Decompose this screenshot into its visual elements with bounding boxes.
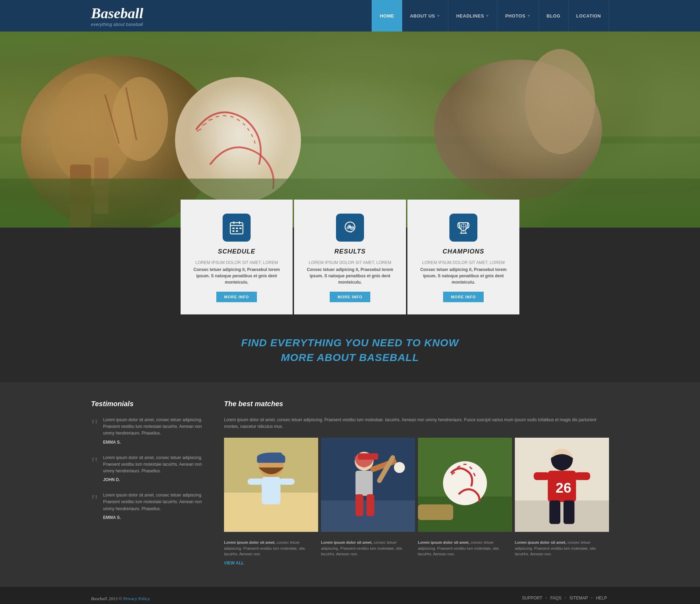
card-champions-title: CHAMPIONS <box>442 248 484 255</box>
match-thumb-3-svg <box>418 438 512 532</box>
card-schedule: SCHEDULE LOREM IPSUM DOLOR SIT AMET, LOR… <box>181 200 293 314</box>
svg-line-14 <box>216 116 219 117</box>
match-thumb-4: 26 <box>515 438 609 532</box>
hero-svg <box>0 32 700 228</box>
match-thumb-4-svg: 26 <box>515 438 609 532</box>
footer-link-support[interactable]: SUPPORT <box>522 596 542 600</box>
match-thumb-2 <box>321 438 415 532</box>
svg-rect-31 <box>232 230 234 232</box>
footer-link-faqs[interactable]: FAQS <box>550 596 561 600</box>
svg-rect-79 <box>564 501 574 524</box>
footer-logo-area: Baseball 2013 © Privacy Policy <box>91 595 150 602</box>
match-caption-1: Lorem ipsum dolor sit amet, consec tetue… <box>224 540 318 557</box>
tagline-text: FIND EVERYTHING YOU NEED TO KNOW MORE AB… <box>7 335 693 365</box>
footer-privacy-link[interactable]: Privacy Policy <box>123 596 150 601</box>
tagline-section: FIND EVERYTHING YOU NEED TO KNOW MORE AB… <box>0 314 700 382</box>
svg-rect-78 <box>550 501 560 524</box>
svg-rect-56 <box>356 471 373 496</box>
testimonial-3: " Lorem ipsum dolor sit amet, consec tet… <box>91 492 203 520</box>
nav-headlines[interactable]: HEADLINES ▼ <box>448 0 497 32</box>
quote-mark-2: " <box>91 454 98 482</box>
footer-link-sitemap[interactable]: SITEMAP <box>569 596 588 600</box>
svg-rect-77 <box>574 472 590 480</box>
testimonial-1-body: Lorem ipsum dolor sit amet, consec tetue… <box>103 417 203 445</box>
footer-link-help[interactable]: HELP <box>596 596 607 600</box>
testimonials-heading: Testimonials <box>91 400 203 408</box>
nav-home[interactable]: HOME <box>372 0 402 32</box>
footer-copyright: 2013 © <box>108 596 123 601</box>
logo-title: Baseball <box>91 5 143 22</box>
footer-logo-text: Baseball <box>91 596 107 601</box>
card-results-text-bold: Consec tetuer adipicing it, Praesebul lo… <box>306 266 394 285</box>
testimonial-2: " Lorem ipsum dolor sit amet, consec tet… <box>91 454 203 482</box>
nav-location[interactable]: LOCATION <box>568 0 609 32</box>
testimonial-2-text: Lorem ipsum dolor sit amet, consec tetue… <box>103 454 203 475</box>
match-caption-3-bold: Lorem ipsum dolor sit amet, <box>418 540 469 544</box>
svg-rect-30 <box>236 228 238 229</box>
match-caption-4-bold: Lorem ipsum dolor sit amet, <box>515 540 566 544</box>
nav-blog[interactable]: BLOG <box>539 0 569 32</box>
match-thumb-1-svg <box>224 438 318 532</box>
svg-rect-33 <box>239 228 241 229</box>
card-results-text-light: LOREM IPSUM DOLOR SIT AMET, LOREM <box>309 260 391 265</box>
testimonial-3-text: Lorem ipsum dolor sit amet, consec tetue… <box>103 492 203 512</box>
tagline-line1: FIND EVERYTHING YOU NEED TO KNOW <box>7 335 693 350</box>
testimonial-3-body: Lorem ipsum dolor sit amet, consec tetue… <box>103 492 203 520</box>
champions-more-info-button[interactable]: MORE INFO <box>443 292 483 302</box>
footer-links: SUPPORT • FAQS • SITEMAP • HELP <box>520 596 609 600</box>
card-champions-text-bold: Consec tetuer adipicing it, Praesebul lo… <box>420 266 507 285</box>
svg-rect-48 <box>271 453 282 456</box>
logo-area: Baseball everything about baseball <box>91 5 143 27</box>
svg-point-64 <box>443 461 487 506</box>
svg-rect-32 <box>236 230 238 232</box>
matches-column: The best matches Lorem ipsum dolor sit a… <box>224 400 609 566</box>
card-champions: CHAMPIONS LOREM IPSUM DOLOR SIT AMET, LO… <box>407 200 519 314</box>
champions-icon-circle <box>449 214 477 242</box>
content-section: Testimonials " Lorem ipsum dolor sit ame… <box>0 382 700 587</box>
view-all-link[interactable]: VIEW ALL <box>224 561 244 565</box>
card-results: RESULTS LOREM IPSUM DOLOR SIT AMET, LORE… <box>294 200 406 314</box>
svg-point-59 <box>394 462 405 473</box>
testimonial-2-author: JOHN D. <box>103 477 203 482</box>
header: Baseball everything about baseball HOME … <box>0 0 700 32</box>
testimonial-1: " Lorem ipsum dolor sit amet, consec tet… <box>91 417 203 445</box>
svg-rect-47 <box>257 457 285 463</box>
card-champions-text-light: LOREM IPSUM DOLOR SIT AMET, LOREM <box>422 260 505 265</box>
testimonials-column: Testimonials " Lorem ipsum dolor sit ame… <box>91 400 203 566</box>
nav-photos[interactable]: PHOTOS ▼ <box>497 0 539 32</box>
nav-about[interactable]: ABOUT US ▼ <box>402 0 448 32</box>
card-schedule-title: SCHEDULE <box>218 248 255 255</box>
testimonial-2-body: Lorem ipsum dolor sit amet, consec tetue… <box>103 454 203 482</box>
quote-mark-3: " <box>91 492 98 520</box>
testimonial-1-author: EMMA S. <box>103 440 203 445</box>
svg-text:26: 26 <box>556 480 572 496</box>
card-results-title: RESULTS <box>334 248 366 255</box>
match-thumb-1 <box>224 438 318 532</box>
main-nav: HOME ABOUT US ▼ HEADLINES ▼ PHOTOS ▼ BLO… <box>372 0 609 32</box>
match-caption-1-bold: Lorem ipsum dolor sit amet, <box>224 540 275 544</box>
testimonial-1-text: Lorem ipsum dolor sit amet, consec tetue… <box>103 417 203 437</box>
testimonial-3-author: EMMA S. <box>103 515 203 520</box>
match-caption-2: Lorem ipsum dolor sit amet, consec tetue… <box>321 540 415 557</box>
champions-icon <box>456 220 471 235</box>
footer-logo: Baseball 2013 © Privacy Policy <box>91 595 150 602</box>
svg-rect-72 <box>515 501 609 532</box>
logo-subtitle: everything about baseball <box>91 22 143 27</box>
match-thumb-3 <box>418 438 512 532</box>
cards-wrapper: SCHEDULE LOREM IPSUM DOLOR SIT AMET, LOR… <box>0 228 700 314</box>
svg-rect-60 <box>356 494 363 516</box>
match-caption-3: Lorem ipsum dolor sit amet, consec tetue… <box>418 540 512 557</box>
svg-line-15 <box>223 116 226 116</box>
svg-rect-49 <box>262 477 281 504</box>
match-caption-4: Lorem ipsum dolor sit amet, consec tetue… <box>515 540 609 557</box>
svg-rect-50 <box>247 479 263 485</box>
match-caption-2-bold: Lorem ipsum dolor sit amet, <box>321 540 372 544</box>
results-icon-circle <box>336 214 364 242</box>
svg-point-23 <box>525 49 595 154</box>
schedule-icon-circle <box>223 214 251 242</box>
matches-grid: 26 <box>224 438 609 532</box>
schedule-more-info-button[interactable]: MORE INFO <box>216 292 257 302</box>
svg-rect-70 <box>418 505 453 520</box>
results-more-info-button[interactable]: MORE INFO <box>330 292 370 302</box>
tagline-line2: MORE ABOUT BASEBALL <box>7 350 693 365</box>
